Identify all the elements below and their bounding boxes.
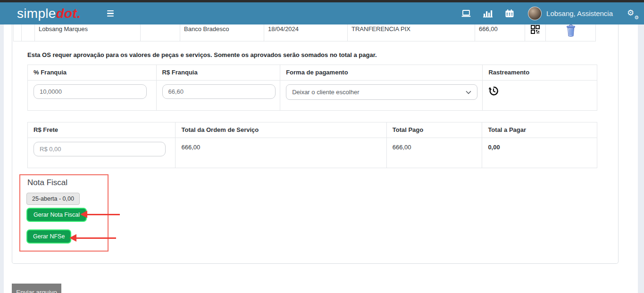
payment-method-cell: Deixar o cliente escolher xyxy=(280,81,482,110)
settings-cogs-icon[interactable]: ⚙⚙ xyxy=(627,8,638,19)
franchise-pct-cell xyxy=(28,81,156,110)
payment-cell-name: Lobsang Marques xyxy=(34,24,140,41)
invoice-status-badge[interactable]: 25-aberta - 0,00 xyxy=(26,193,80,205)
freight-header: R$ Frete xyxy=(28,122,175,138)
history-icon[interactable] xyxy=(488,84,499,98)
upload-file-button[interactable]: Enviar arquivo xyxy=(12,284,61,293)
payment-cell-method: TRANFERENCIA PIX xyxy=(347,24,475,41)
logo-text-dot: dot. xyxy=(56,6,81,21)
order-total-header: Total da Ordem de Serviço xyxy=(175,122,386,138)
franchise-brl-cell xyxy=(156,81,280,110)
franchise-section: % Franquia R$ Franquia Forma de pagament… xyxy=(27,65,597,111)
totals-header-row: R$ Frete Total da Ordem de Serviço Total… xyxy=(28,122,597,138)
tracking-cell xyxy=(482,81,597,110)
franchise-pct-input[interactable] xyxy=(33,84,147,99)
chevron-down-icon xyxy=(466,90,471,94)
totals-section: R$ Frete Total da Ordem de Serviço Total… xyxy=(27,122,597,168)
app-screen: simpledot. xyxy=(0,0,644,293)
payments-table: Lobsang Marques Banco Bradesco 18/04/202… xyxy=(13,24,596,41)
annotation-arrow-line xyxy=(87,214,120,215)
app-logo[interactable]: simpledot. xyxy=(17,6,81,21)
payment-method-select[interactable]: Deixar o cliente escolher xyxy=(286,84,477,100)
approval-notice: Esta OS requer aprovação para os valores… xyxy=(27,51,377,58)
qr-code-icon[interactable] xyxy=(531,25,540,35)
franchise-pct-header: % Franquia xyxy=(28,65,156,80)
payment-cell-date: 18/04/2024 xyxy=(264,24,347,41)
service-order-card: Lobsang Marques Banco Bradesco 18/04/202… xyxy=(12,24,619,264)
franchise-brl-input[interactable] xyxy=(162,84,276,99)
franchise-body-row: Deixar o cliente escolher xyxy=(28,81,597,110)
freight-cell xyxy=(28,138,175,168)
generate-nfse-button[interactable]: Gerar NFSe xyxy=(26,229,71,244)
payment-cell-qr xyxy=(525,24,545,41)
payment-cell-delete xyxy=(545,24,596,41)
desktop-icon[interactable] xyxy=(461,10,471,17)
hamburger-menu-icon[interactable] xyxy=(107,10,114,17)
generate-invoice-button[interactable]: Gerar Nota Fiscal xyxy=(26,208,87,222)
order-total-value: 666,00 xyxy=(175,138,386,168)
annotation-arrow-line xyxy=(76,237,116,239)
invoice-section-title: Nota Fiscal xyxy=(27,178,67,187)
top-navbar: simpledot. xyxy=(0,2,644,24)
user-name-label[interactable]: Lobsang, Assistencia xyxy=(546,9,613,17)
payment-method-header: Forma de pagamento xyxy=(280,65,482,80)
payment-cell-gutter xyxy=(13,24,21,41)
navbar-right-group: Lobsang, Assistencia ⚙⚙ xyxy=(450,7,638,20)
payment-method-selected-value: Deixar o cliente escolher xyxy=(292,89,359,96)
bar-chart-icon[interactable] xyxy=(483,9,493,17)
user-avatar[interactable] xyxy=(528,7,542,20)
calendar-icon[interactable] xyxy=(504,9,515,17)
logo-text-simple: simple xyxy=(17,6,56,21)
due-total-header: Total a Pagar xyxy=(482,122,597,138)
franchise-brl-header: R$ Franquia xyxy=(156,65,280,80)
totals-body-row: 666,00 666,00 0,00 xyxy=(28,138,597,168)
payment-cell-amount: 666,00 xyxy=(475,24,525,41)
franchise-header-row: % Franquia R$ Franquia Forma de pagament… xyxy=(28,65,597,81)
tracking-header: Rastreamento xyxy=(482,65,597,80)
left-rail xyxy=(0,24,4,293)
payment-cell-empty xyxy=(140,24,180,41)
paid-total-value: 666,00 xyxy=(386,138,482,168)
payment-cell-gutter xyxy=(21,24,34,41)
scrollbar-track[interactable] xyxy=(638,24,644,293)
trash-icon[interactable] xyxy=(565,24,577,39)
due-total-value: 0,00 xyxy=(482,138,597,168)
paid-total-header: Total Pago xyxy=(386,122,482,138)
freight-input[interactable] xyxy=(33,142,166,156)
payment-cell-bank: Banco Bradesco xyxy=(180,24,264,41)
